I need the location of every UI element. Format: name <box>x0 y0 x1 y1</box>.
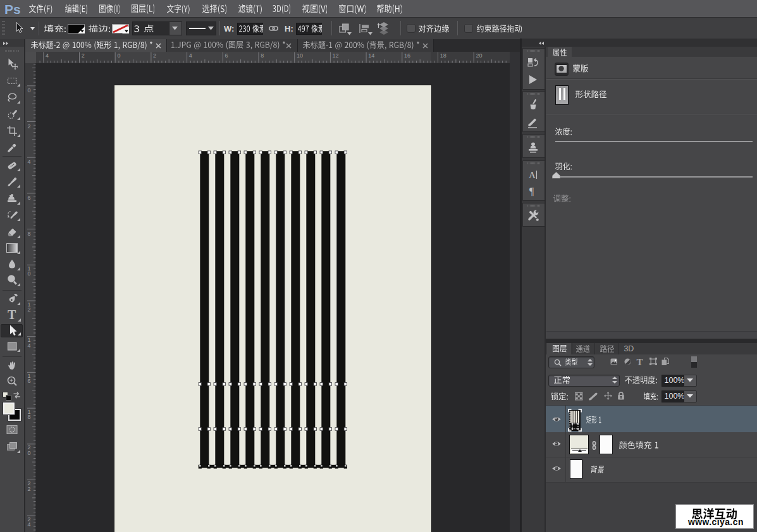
svg-text:A: A <box>529 170 536 180</box>
svg-text:¶: ¶ <box>529 186 534 196</box>
